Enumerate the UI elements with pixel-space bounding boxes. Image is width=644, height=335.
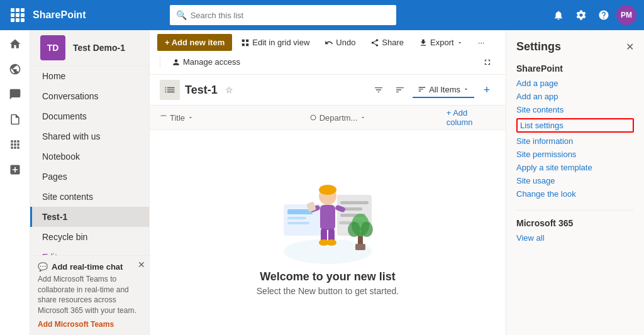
search-bar[interactable]: 🔍	[170, 5, 396, 25]
svg-rect-0	[161, 116, 167, 116]
settings-link-add-page[interactable]: Add a page	[516, 79, 634, 88]
list-title: Test-1	[185, 84, 218, 97]
sidebar-item-conversations[interactable]: Conversations	[30, 86, 149, 106]
home-icon-nav[interactable]	[4, 33, 26, 55]
list-actions: All Items +	[370, 81, 496, 99]
sidebar-promo: ✕ 💬 Add real-time chat Add Microsoft Tea…	[30, 255, 149, 335]
site-header: TD Test Demo-1	[30, 30, 149, 66]
undo-button[interactable]: Undo	[318, 34, 362, 51]
promo-close-button[interactable]: ✕	[138, 260, 145, 270]
settings-link-site-permissions[interactable]: Site permissions	[516, 150, 634, 159]
edit-grid-view-button[interactable]: Edit in grid view	[235, 34, 316, 51]
search-input[interactable]	[191, 11, 390, 20]
welcome-title: Welcome to your new list	[260, 270, 396, 283]
settings-header: Settings ✕	[516, 40, 634, 53]
svg-point-22	[326, 239, 336, 246]
svg-rect-27	[355, 244, 365, 250]
sidebar-item-notebook[interactable]: Notebook	[30, 146, 149, 167]
settings-close-button[interactable]: ✕	[626, 41, 634, 53]
promo-icon: 💬	[38, 262, 48, 272]
list-icon	[160, 80, 180, 100]
apps-icon-nav[interactable]	[4, 133, 26, 156]
svg-point-1	[311, 115, 316, 120]
app-grid-button[interactable]	[8, 5, 28, 25]
settings-button[interactable]	[571, 5, 591, 25]
sidebar-item-site-contents[interactable]: Site contents	[30, 187, 149, 207]
globe-icon-nav[interactable]	[4, 58, 26, 80]
promo-title: 💬 Add real-time chat	[38, 262, 142, 272]
promo-link[interactable]: Add Microsoft Teams	[38, 320, 114, 329]
welcome-subtitle: Select the New button to get started.	[257, 286, 399, 296]
top-bar: SharePoint 🔍 PM	[0, 0, 644, 30]
site-name: Test Demo-1	[73, 43, 125, 53]
group-button[interactable]	[391, 81, 409, 99]
sidebar-item-pages[interactable]: Pages	[30, 167, 149, 187]
svg-rect-12	[287, 222, 309, 224]
svg-point-14	[319, 185, 336, 195]
settings-title: Settings	[516, 40, 561, 53]
export-button[interactable]: Export	[413, 34, 469, 51]
sidebar-item-edit[interactable]: Edit	[30, 247, 149, 255]
toolbar: + Add new item Edit in grid view Undo Sh…	[150, 30, 506, 75]
sidebar-scroll[interactable]: Home Conversations Documents Shared with…	[30, 66, 149, 255]
toolbar-separator	[160, 56, 160, 69]
content-area: + Add new item Edit in grid view Undo Sh…	[150, 30, 506, 335]
content-body: Welcome to your new list Select the New …	[150, 130, 506, 335]
top-right-actions: PM	[548, 5, 636, 25]
svg-point-25	[348, 222, 360, 237]
add-column-button[interactable]: + Add column	[447, 108, 496, 127]
list-favorite-button[interactable]: ☆	[225, 85, 233, 95]
user-avatar[interactable]: PM	[616, 5, 636, 25]
promo-body: Add Microsoft Teams to collaborate in re…	[38, 274, 142, 316]
sharepoint-logo: SharePoint	[33, 9, 86, 21]
settings-panel: Settings ✕ SharePoint Add a page Add an …	[506, 30, 644, 335]
svg-rect-4	[340, 201, 369, 204]
sidebar-item-home[interactable]: Home	[30, 66, 149, 86]
svg-rect-11	[287, 217, 306, 219]
sidebar-item-shared[interactable]: Shared with us	[30, 126, 149, 146]
sidebar-item-documents[interactable]: Documents	[30, 106, 149, 126]
settings-link-site-template[interactable]: Apply a site template	[516, 163, 634, 172]
column-headers: Title Departm... + Add column	[150, 106, 506, 130]
svg-rect-15	[320, 205, 335, 230]
settings-link-change-look[interactable]: Change the look	[516, 189, 634, 199]
chat-icon-nav[interactable]	[4, 83, 26, 106]
sidebar-item-recycle-bin[interactable]: Recycle bin	[30, 227, 149, 247]
settings-divider	[516, 210, 634, 211]
settings-link-view-all[interactable]: View all	[516, 233, 634, 243]
icon-nav	[0, 30, 30, 335]
settings-link-site-usage[interactable]: Site usage	[516, 176, 634, 185]
title-column-header[interactable]: Title	[160, 113, 297, 123]
settings-link-site-info[interactable]: Site information	[516, 136, 634, 146]
sharepoint-section-title: SharePoint	[516, 63, 634, 74]
settings-link-add-app[interactable]: Add an app	[516, 92, 634, 101]
settings-link-list-settings[interactable]: List settings	[516, 118, 634, 133]
manage-access-button[interactable]: Manage access	[165, 53, 247, 70]
fullscreen-button[interactable]	[477, 54, 498, 70]
grid-icon	[11, 8, 25, 22]
search-icon: 🔍	[176, 10, 187, 20]
sidebar: TD Test Demo-1 Home Conversations Docume…	[30, 30, 150, 335]
svg-point-26	[360, 222, 373, 237]
m365-section-title: Microsoft 365	[516, 218, 634, 228]
add-icon-nav[interactable]	[4, 158, 26, 181]
filter-button[interactable]	[370, 81, 387, 99]
site-icon: TD	[40, 35, 65, 60]
share-button[interactable]: Share	[364, 34, 410, 51]
welcome-illustration	[265, 170, 391, 270]
more-button[interactable]: ···	[472, 34, 491, 51]
help-button[interactable]	[594, 5, 614, 25]
settings-link-site-contents[interactable]: Site contents	[516, 105, 634, 114]
notification-button[interactable]	[548, 5, 569, 25]
list-header-row: Test-1 ☆ All Items +	[150, 75, 506, 106]
department-column-header[interactable]: Departm...	[309, 113, 434, 123]
main-layout: TD Test Demo-1 Home Conversations Docume…	[0, 30, 644, 335]
add-new-item-button[interactable]: + Add new item	[157, 34, 232, 51]
add-view-button[interactable]: +	[478, 81, 496, 99]
view-selector[interactable]: All Items	[413, 82, 474, 98]
sidebar-item-test1[interactable]: Test-1	[30, 207, 149, 227]
file-icon-nav[interactable]	[4, 108, 26, 131]
